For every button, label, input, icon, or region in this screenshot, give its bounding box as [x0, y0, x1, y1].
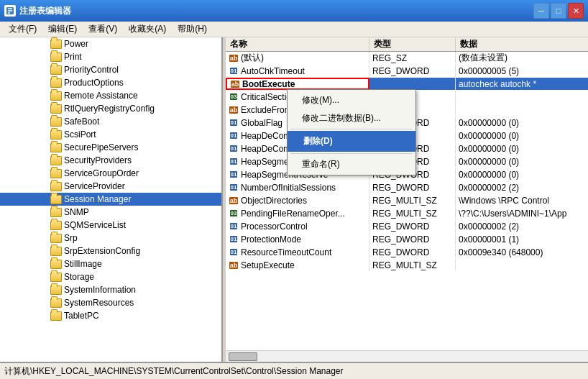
tree-item-label: Srp [64, 233, 78, 243]
minimize-button[interactable]: ─ [533, 3, 549, 19]
main-content: Power Print PriorityControl ProductOptio… [0, 37, 588, 362]
tree-item-label: SafeBoot [64, 117, 99, 127]
tree-item-servicegrouporder[interactable]: ServiceGroupOrder [0, 167, 221, 180]
table-row[interactable]: 01 ResourceTimeoutCount REG_DWORD 0x0009… [226, 246, 588, 259]
tree-item-safeboot[interactable]: SafeBoot [0, 115, 221, 128]
cell-name-bootexecute: ab BootExecute [226, 78, 369, 90]
context-menu-rename[interactable]: 重命名(R) [288, 155, 415, 173]
cell-data: 0x0009e340 (648000) [456, 246, 588, 258]
menu-view[interactable]: 查看(V) [83, 22, 123, 37]
tree-item-securepipe[interactable]: SecurePipeServers [0, 141, 221, 154]
cell-data: \??\C:\Users\ADMINI~1\App [456, 207, 588, 219]
tree-item-power[interactable]: Power [0, 37, 221, 50]
table-row[interactable]: ab SetupExecute REG_MULTI_SZ [226, 259, 588, 272]
tree-item-srpextension[interactable]: SrpExtensionConfig [0, 245, 221, 257]
menu-edit[interactable]: 编辑(E) [42, 22, 83, 37]
tree-item-label: SQMServiceList [64, 220, 126, 230]
col-header-name[interactable]: 名称 [226, 37, 369, 51]
tree-item-label: ServiceProvider [64, 181, 125, 191]
folder-icon [50, 91, 62, 101]
registry-tree[interactable]: Power Print PriorityControl ProductOptio… [0, 37, 223, 362]
cell-data: 0x00000000 (0) [456, 129, 588, 142]
folder-icon [50, 298, 62, 308]
cell-name: 03 PendingFileRenameOper... [226, 207, 369, 219]
cell-data: 0x00000000 (0) [456, 142, 588, 155]
context-menu-separator2 [290, 153, 413, 154]
cell-type: REG_MULTI_SZ [369, 194, 456, 206]
table-row[interactable]: ab (默认) REG_SZ (数值未设置) [226, 52, 588, 65]
reg-dword-icon: 01 [229, 67, 239, 76]
table-row[interactable]: 01 AutoChkTimeout REG_DWORD 0x00000005 (… [226, 65, 588, 78]
horizontal-scrollbar[interactable] [226, 350, 588, 362]
context-menu-delete[interactable]: 删除(D) [288, 131, 415, 152]
folder-icon [50, 169, 62, 178]
cell-name: 01 AutoChkTimeout [226, 65, 369, 77]
status-bar-text: 计算机\HKEY_LOCAL_MACHINE\SYSTEM\CurrentCon… [4, 365, 344, 378]
cell-data: autocheck autochk * [456, 78, 588, 90]
folder-icon [50, 143, 62, 152]
tree-item-label: Power [64, 39, 88, 49]
column-headers: 名称 类型 数据 [226, 37, 588, 52]
cell-data: 0x00000000 (0) [456, 168, 588, 181]
menu-bar: 文件(F) 编辑(E) 查看(V) 收藏夹(A) 帮助(H) [0, 22, 588, 37]
cell-type: REG_DWORD [369, 246, 456, 258]
table-row[interactable]: 01 ProcessorControl REG_DWORD 0x00000002… [226, 220, 588, 233]
reg-dword-icon: 01 [229, 157, 239, 166]
reg-dword-icon: 01 [229, 183, 239, 192]
close-button[interactable]: ✕ [568, 3, 584, 19]
tree-item-label: SecurePipeServers [64, 142, 138, 152]
tree-item-prioritycontrol[interactable]: PriorityControl [0, 63, 221, 76]
tree-item-productoptions[interactable]: ProductOptions [0, 76, 221, 89]
table-row[interactable]: 03 PendingFileRenameOper... REG_MULTI_SZ… [226, 207, 588, 220]
reg-dword-icon: 01 [229, 222, 239, 231]
tree-item-print[interactable]: Print [0, 50, 221, 63]
reg-ab-icon: ab [230, 80, 240, 88]
reg-sz-icon: ab [229, 54, 239, 63]
menu-file[interactable]: 文件(F) [3, 22, 42, 37]
menu-help[interactable]: 帮助(H) [172, 22, 213, 37]
tree-item-label: Storage [64, 272, 94, 282]
tree-item-label: SrpExtensionConfig [64, 246, 140, 256]
tree-item-storage[interactable]: Storage [0, 270, 221, 283]
tree-item-label: SystemResources [64, 298, 134, 308]
col-header-type[interactable]: 类型 [369, 37, 456, 51]
table-row[interactable]: 01 ProtectionMode REG_DWORD 0x00000001 (… [226, 233, 588, 246]
table-row[interactable]: ab ObjectDirectories REG_MULTI_SZ \Windo… [226, 194, 588, 207]
cell-data: \Windows \RPC Control [456, 194, 588, 206]
maximize-button[interactable]: □ [551, 3, 566, 19]
folder-icon [50, 247, 62, 256]
tree-item-tabletpc[interactable]: TabletPC [0, 309, 221, 322]
reg-dword-icon: 01 [229, 170, 239, 179]
cell-data: (数值未设置) [456, 52, 588, 64]
tree-item-sqmservicelist[interactable]: SQMServiceList [0, 219, 221, 232]
tree-item-systeminformation[interactable]: SystemInformation [0, 283, 221, 296]
tree-item-remoteassistance[interactable]: Remote Assistance [0, 89, 221, 102]
tree-item-srp[interactable]: Srp [0, 232, 221, 245]
tree-item-stillimage[interactable]: StillImage [0, 257, 221, 270]
menu-favorites[interactable]: 收藏夹(A) [123, 22, 172, 37]
h-scroll-thumb[interactable] [229, 352, 257, 361]
table-row[interactable]: 01 NumberOfInitialSessions REG_DWORD 0x0… [226, 181, 588, 194]
context-menu-modify[interactable]: 修改(M)... [288, 91, 415, 109]
folder-icon [50, 78, 62, 88]
app-icon [4, 5, 16, 17]
tree-item-serviceprovider[interactable]: ServiceProvider [0, 180, 221, 193]
tree-item-systemresources[interactable]: SystemResources [0, 296, 221, 309]
tree-item-label: ServiceGroupOrder [64, 168, 139, 178]
tree-item-scsiport[interactable]: ScsiPort [0, 128, 221, 141]
folder-icon [50, 234, 62, 243]
tree-item-label: TabletPC [64, 311, 99, 321]
folder-icon [50, 195, 62, 204]
context-menu-modify-bin[interactable]: 修改二进制数据(B)... [288, 109, 415, 127]
tree-item-sessionmanager[interactable]: Session Manager [0, 193, 221, 206]
cell-type: REG_DWORD [369, 233, 456, 245]
tree-item-label: RtlQueryRegistryConfig [64, 104, 155, 114]
tree-item-snmp[interactable]: SNMP [0, 206, 221, 219]
col-header-data[interactable]: 数据 [456, 37, 588, 51]
registry-table-body[interactable]: ab (默认) REG_SZ (数值未设置) 01 AutoChkTimeout… [226, 52, 588, 350]
cell-type [369, 78, 456, 90]
reg-dword-icon: 01 [229, 235, 239, 244]
tree-item-rtlquery[interactable]: RtlQueryRegistryConfig [0, 102, 221, 115]
folder-icon [50, 117, 62, 127]
tree-item-securityproviders[interactable]: SecurityProviders [0, 154, 221, 167]
